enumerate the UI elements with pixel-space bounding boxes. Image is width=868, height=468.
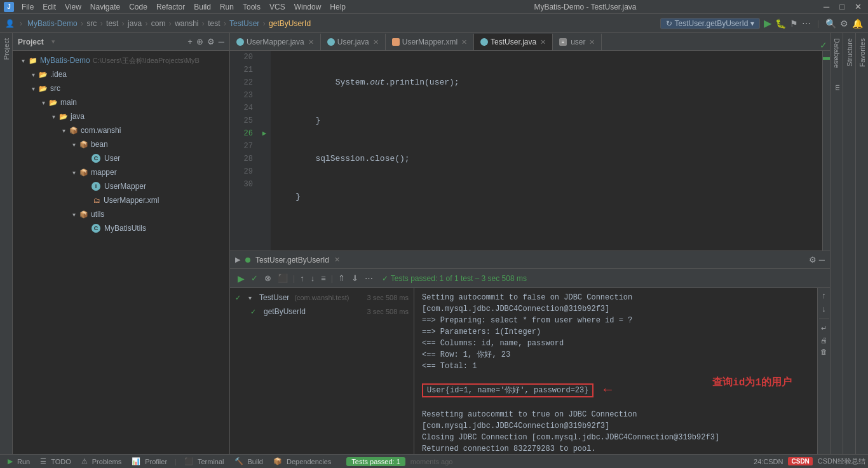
run-tab-close[interactable]: ✕ — [334, 256, 340, 264]
menu-tools[interactable]: Tools — [239, 1, 264, 13]
breadcrumb-src[interactable]: src — [86, 19, 97, 28]
menu-window[interactable]: Window — [290, 1, 325, 13]
structure-vertical-label[interactable]: Structure — [846, 38, 853, 67]
database-vertical-label[interactable]: Database — [833, 38, 841, 68]
status-tab-todo[interactable]: ☰ TODO — [35, 455, 76, 469]
search-everywhere-button[interactable]: 🔍 — [825, 18, 836, 29]
status-tab-terminal[interactable]: ⬛ Terminal — [179, 455, 229, 469]
run-wrap-icon[interactable]: ↵ — [821, 324, 827, 333]
tree-item-src[interactable]: ▾ 📂 src — [13, 81, 229, 95]
tab-testuser-java[interactable]: TestUser.java ✕ — [474, 34, 553, 50]
run-config-dropdown[interactable]: ↻ TestUser.getByUserId ▾ — [660, 18, 760, 29]
breadcrumb-method[interactable]: getByUserId — [269, 19, 311, 28]
rerun-button[interactable]: ▶ — [235, 272, 247, 285]
tree-item-bean[interactable]: ▾ 📦 bean — [13, 137, 229, 151]
minimize-button[interactable]: ─ — [821, 2, 832, 11]
tree-item-mapper[interactable]: ▾ 📦 mapper — [13, 165, 229, 179]
project-locate-icon[interactable]: ⊕ — [196, 37, 203, 46]
scroll-to-bottom-icon[interactable]: ⇓ — [349, 272, 361, 284]
run-tab-label[interactable]: TestUser.getByUserId — [255, 256, 329, 265]
breadcrumb-project[interactable]: MyBatis-Demo — [27, 19, 78, 28]
menu-vcs[interactable]: VCS — [266, 1, 289, 13]
favorites-vertical-label[interactable]: Favorites — [858, 38, 866, 67]
run-down-icon[interactable]: ↓ — [822, 304, 826, 313]
run-trash-icon[interactable]: 🗑 — [820, 348, 827, 355]
coverage-button[interactable]: ⚑ — [790, 18, 798, 29]
maximize-button[interactable]: □ — [837, 2, 847, 11]
filter-icon[interactable]: ≡ — [318, 272, 329, 284]
test-item-getbyuserid[interactable]: ✓ getByUserId 3 sec 508 ms — [230, 305, 414, 319]
menu-code[interactable]: Code — [125, 1, 151, 13]
tree-item-usermapper-java[interactable]: I UserMapper — [13, 179, 229, 193]
tab-close-usermapper-xml[interactable]: ✕ — [461, 38, 467, 46]
tab-close-user-java[interactable]: ✕ — [373, 38, 379, 46]
breadcrumb-wanshi[interactable]: wanshi — [175, 19, 198, 28]
line-num-29: 29 — [230, 165, 253, 178]
sort-desc-icon[interactable]: ↓ — [308, 272, 318, 284]
tree-item-java[interactable]: ▾ 📂 java — [13, 109, 229, 123]
project-vertical-label[interactable]: Project — [3, 38, 10, 60]
tree-item-main[interactable]: ▾ 📂 main — [13, 95, 229, 109]
breadcrumb-testuser[interactable]: TestUser — [229, 19, 259, 28]
breadcrumb-testpkg[interactable]: test — [208, 19, 220, 28]
menu-help[interactable]: Help — [326, 1, 349, 13]
tab-usermapper-java[interactable]: UserMapper.java ✕ — [230, 34, 321, 50]
status-tab-build[interactable]: 🔨 Build — [229, 455, 268, 469]
editor-scrollbar[interactable] — [822, 51, 830, 251]
breadcrumb-test[interactable]: test — [106, 19, 118, 28]
tab-user-db[interactable]: ≡ user ✕ — [553, 34, 602, 50]
status-tab-dependencies[interactable]: 📦 Dependencies — [268, 455, 336, 469]
menu-build[interactable]: Build — [190, 1, 215, 13]
debug-button[interactable]: 🐛 — [775, 18, 786, 29]
settings-button[interactable]: ⚙ — [840, 18, 848, 29]
status-tab-profiler[interactable]: 📊 Profiler — [126, 455, 172, 469]
project-settings-icon[interactable]: ⚙ — [207, 37, 215, 46]
tree-item-mybatisutils[interactable]: C MyBatisUtils — [13, 221, 229, 235]
project-add-icon[interactable]: + — [187, 37, 193, 46]
run-print-icon[interactable]: 🖨 — [820, 336, 827, 344]
close-button[interactable]: ✕ — [852, 2, 864, 11]
breadcrumb-com[interactable]: com — [151, 19, 166, 28]
run-pass-icon[interactable]: ✓ — [248, 272, 261, 284]
run-button[interactable]: ▶ — [764, 17, 771, 29]
test-expand-icon[interactable]: ▾ — [248, 294, 252, 301]
run-fail-icon[interactable]: ⊗ — [262, 272, 274, 284]
breadcrumb-java[interactable]: java — [128, 19, 142, 28]
menu-view[interactable]: View — [61, 1, 85, 13]
scroll-to-top-icon[interactable]: ⇑ — [336, 272, 348, 284]
tab-close-testuser-java[interactable]: ✕ — [540, 38, 546, 46]
run-settings-icon[interactable]: ⚙ — [809, 255, 817, 265]
test-item-testuser[interactable]: ✓ ▾ TestUser (com.wanshi.test) 3 sec 508… — [230, 291, 414, 305]
tab-close-user-db[interactable]: ✕ — [589, 38, 595, 46]
tree-item-user-class[interactable]: C User — [13, 151, 229, 165]
next-failure-icon[interactable]: ⋯ — [362, 272, 376, 284]
tab-close-usermapper-java[interactable]: ✕ — [308, 38, 314, 46]
run-up-icon[interactable]: ↑ — [822, 291, 826, 300]
sort-asc-icon[interactable]: ↑ — [297, 272, 307, 284]
menu-run[interactable]: Run — [216, 1, 238, 13]
more-actions-button[interactable]: ⋯ — [802, 18, 811, 29]
toolbar-icon-profile[interactable]: 👤 — [5, 19, 15, 28]
tree-item-idea[interactable]: ▾ 📂 .idea — [13, 67, 229, 81]
tab-user-java[interactable]: User.java ✕ — [321, 34, 386, 50]
run-minimize-icon[interactable]: ─ — [819, 255, 825, 265]
run-gutter-icon-26[interactable]: ▶ — [258, 127, 271, 140]
run-stop-icon[interactable]: ⬛ — [275, 272, 290, 284]
project-dropdown-icon[interactable]: ▾ — [51, 38, 55, 46]
menu-edit[interactable]: Edit — [39, 1, 60, 13]
project-close-icon[interactable]: ─ — [219, 37, 224, 46]
status-tab-run[interactable]: ▶ Run — [3, 455, 35, 469]
status-tab-problems[interactable]: ⚠ Problems — [76, 455, 126, 469]
menu-navigate[interactable]: Navigate — [86, 1, 124, 13]
tab-usermapper-xml[interactable]: UserMapper.xml ✕ — [386, 34, 474, 50]
maven-vertical-label[interactable]: m — [833, 85, 841, 90]
code-content[interactable]: System.out.println(user); } sqlSession.c… — [271, 51, 822, 251]
tree-item-mybatis-demo[interactable]: ▾ 📁 MyBatis-Demo C:\Users\王会称\IdeaProjec… — [13, 53, 229, 67]
tree-item-usermapper-xml[interactable]: 🗂 UserMapper.xml — [13, 193, 229, 207]
menu-file[interactable]: File — [18, 1, 37, 13]
notifications-button[interactable]: 🔔 — [852, 18, 863, 29]
tree-item-utils[interactable]: ▾ 📦 utils — [13, 207, 229, 221]
editor-code-area[interactable]: 20 21 22 23 24 25 26 27 28 29 30 — [230, 51, 830, 251]
tree-item-com-wanshi[interactable]: ▾ 📦 com.wanshi — [13, 123, 229, 137]
menu-refactor[interactable]: Refactor — [153, 1, 189, 13]
